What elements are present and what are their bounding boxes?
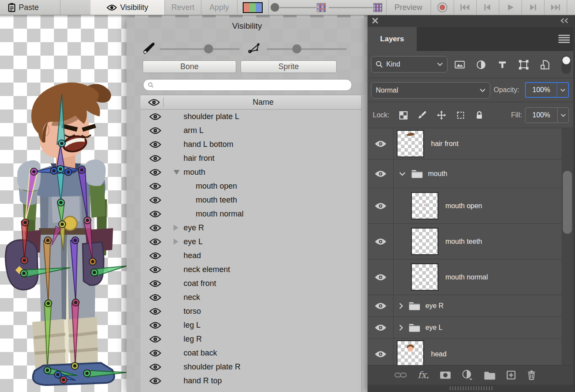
go-to-end-button[interactable] <box>544 0 567 15</box>
eye-visible-icon[interactable] <box>149 141 161 148</box>
preview-button[interactable]: Preview <box>387 0 430 15</box>
layer-visible-icon[interactable] <box>374 140 387 148</box>
eye-visible-icon[interactable] <box>149 349 161 357</box>
eye-visible-icon[interactable] <box>149 238 161 246</box>
chevron-down-icon[interactable] <box>557 83 568 97</box>
fx-icon[interactable]: fx▾ <box>418 371 428 380</box>
character-artwork[interactable] <box>0 15 130 392</box>
bone-row[interactable]: torso <box>140 304 361 318</box>
bone-row[interactable]: neck <box>140 290 361 304</box>
layer-thumbnail[interactable] <box>411 263 438 291</box>
bone-row[interactable]: mouth normal <box>140 207 361 221</box>
bone-opacity-track[interactable] <box>160 48 240 50</box>
expander-open-icon[interactable] <box>174 170 181 175</box>
adjustment-icon[interactable] <box>462 369 473 381</box>
expander-closed-icon[interactable] <box>174 239 181 245</box>
layer-row[interactable]: mouth <box>368 159 562 188</box>
layer-visible-icon[interactable] <box>374 237 387 246</box>
panel-menu-icon[interactable] <box>558 35 570 43</box>
record-button[interactable] <box>431 0 454 15</box>
layer-thumbnail[interactable] <box>411 228 438 255</box>
kind-filter-dropdown[interactable]: Kind <box>371 56 448 73</box>
layer-visible-icon[interactable] <box>374 202 387 210</box>
bone-row[interactable]: eye R <box>140 221 361 235</box>
link-icon[interactable] <box>394 371 407 379</box>
adjustment-filter-icon[interactable] <box>476 60 486 70</box>
bone-row[interactable]: coat back <box>140 346 361 360</box>
eye-visible-icon[interactable] <box>149 169 161 176</box>
eye-visible-icon[interactable] <box>149 280 161 287</box>
layer-visible-icon[interactable] <box>374 273 387 282</box>
bone-row[interactable]: shoulder plate L <box>140 110 361 123</box>
previous-frame-button[interactable] <box>476 0 499 15</box>
eye-visible-icon[interactable] <box>149 224 161 232</box>
layer-row[interactable]: eye L <box>368 317 562 339</box>
fill-field[interactable]: 100% <box>525 107 569 123</box>
eye-visible-icon[interactable] <box>149 155 161 162</box>
go-to-start-button[interactable] <box>454 0 476 15</box>
eye-visible-icon[interactable] <box>149 336 161 343</box>
eye-visible-icon[interactable] <box>149 127 161 134</box>
expander-closed-icon[interactable] <box>174 225 181 231</box>
blend-mode-dropdown[interactable]: Normal <box>371 82 490 99</box>
image-filter-icon[interactable] <box>455 60 465 70</box>
bone-row[interactable]: leg R <box>140 332 361 346</box>
eye-visible-icon[interactable] <box>149 196 161 204</box>
visibility-mode-button[interactable]: Visibility <box>90 0 164 15</box>
layer-row[interactable]: mouth open <box>368 188 562 224</box>
eye-all-icon[interactable] <box>148 99 160 106</box>
delete-icon[interactable] <box>527 370 536 380</box>
tint-stop-swatch-1[interactable] <box>317 3 326 12</box>
layer-row[interactable]: eye R <box>368 295 562 317</box>
collapse-panel-icon[interactable] <box>560 18 569 23</box>
group-expanded-chevron-icon[interactable] <box>399 172 406 176</box>
bone-row[interactable]: arm L <box>140 123 361 137</box>
layer-visible-icon[interactable] <box>374 169 387 178</box>
bone-row[interactable]: coat front <box>140 276 361 290</box>
layer-visible-icon[interactable] <box>374 350 387 359</box>
eye-visible-icon[interactable] <box>149 377 161 385</box>
visibility-scrollbar[interactable] <box>361 95 368 392</box>
opacity-field[interactable]: 100% <box>525 82 569 98</box>
panel-resize-handle[interactable] <box>368 385 575 392</box>
bone-row[interactable]: shoulder plate R <box>140 360 361 374</box>
tab-bone[interactable]: Bone <box>143 60 236 73</box>
paste-button[interactable]: Paste <box>8 0 57 15</box>
color-swatch-button[interactable] <box>237 0 268 15</box>
bone-row[interactable]: eye L <box>140 235 361 249</box>
tab-layers[interactable]: Layers <box>368 27 417 51</box>
type-filter-icon[interactable] <box>497 60 508 70</box>
layer-thumbnail[interactable] <box>397 340 424 365</box>
eye-visible-icon[interactable] <box>149 252 161 259</box>
layer-visible-icon[interactable] <box>374 323 387 332</box>
bone-row[interactable]: neck element <box>140 262 361 276</box>
layer-row[interactable]: mouth normal <box>368 259 562 295</box>
lock-artboard-icon[interactable] <box>456 110 465 120</box>
next-frame-button[interactable] <box>522 0 544 15</box>
sprite-opacity-knob[interactable] <box>292 44 301 53</box>
bone-row[interactable]: head <box>140 249 361 262</box>
bone-row[interactable]: mouth open <box>140 179 361 193</box>
eye-visible-icon[interactable] <box>149 266 161 273</box>
eye-visible-icon[interactable] <box>149 183 161 190</box>
new-group-icon[interactable] <box>484 371 495 380</box>
shape-filter-icon[interactable] <box>518 60 529 70</box>
opacity-value[interactable]: 100% <box>526 86 557 94</box>
tint-stop-swatch-2[interactable] <box>373 3 382 12</box>
layers-scrollbar-thumb[interactable] <box>563 171 572 234</box>
sprite-opacity-track[interactable] <box>267 48 347 50</box>
layer-thumbnail[interactable] <box>411 192 438 219</box>
layer-row[interactable]: mouth teeth <box>368 224 562 259</box>
lock-transparent-icon[interactable] <box>399 111 408 120</box>
bone-row[interactable]: hand L bottom <box>140 137 361 151</box>
new-layer-icon[interactable] <box>506 370 516 380</box>
revert-button[interactable]: Revert <box>165 0 201 15</box>
tint-slider-track-2[interactable] <box>329 7 373 8</box>
search-input[interactable] <box>156 81 347 89</box>
apply-button[interactable]: Apply <box>201 0 237 15</box>
bone-row[interactable]: hair front <box>140 151 361 165</box>
bone-row[interactable]: mouth teeth <box>140 193 361 207</box>
lock-paint-icon[interactable] <box>418 110 427 120</box>
bone-row[interactable]: leg L <box>140 318 361 332</box>
eye-visible-icon[interactable] <box>149 113 161 120</box>
